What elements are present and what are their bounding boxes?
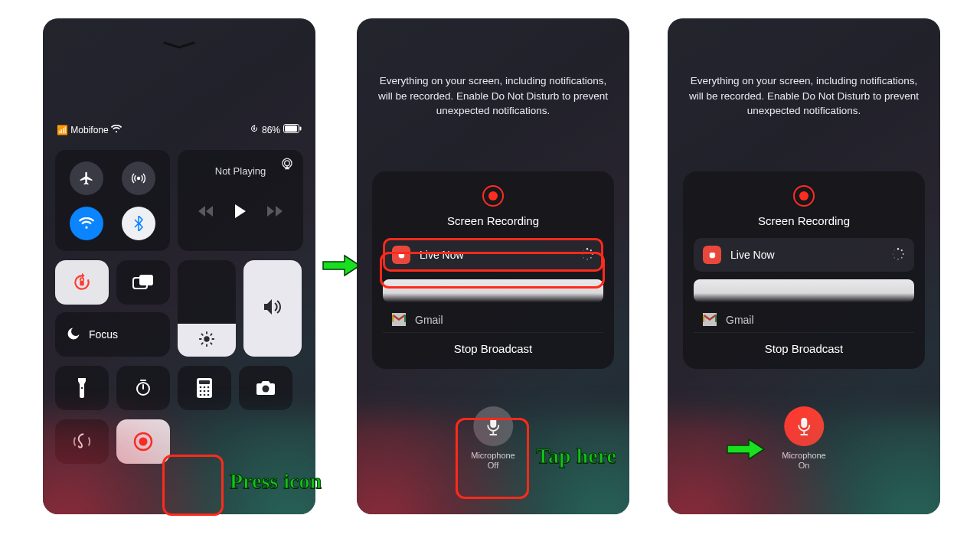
screen-recording-card: Screen Recording ⏺ Live Now Gmail Stop B… xyxy=(683,171,925,369)
screen-recording-card: Screen Recording ⏺ Live Now Gmail Stop B… xyxy=(372,171,614,369)
svg-point-16 xyxy=(204,386,206,389)
status-right: 86% xyxy=(250,124,302,135)
calculator-button[interactable] xyxy=(178,366,231,410)
annotation-tap-here-label: Tap here xyxy=(536,444,616,468)
svg-rect-35 xyxy=(490,418,496,428)
camera-button[interactable] xyxy=(239,366,292,410)
svg-point-24 xyxy=(263,386,270,393)
svg-point-32 xyxy=(583,256,584,258)
loading-spinner-icon xyxy=(891,247,905,263)
svg-point-27 xyxy=(586,248,588,249)
media-tile[interactable]: Not Playing xyxy=(178,150,303,251)
live-now-app-icon: ⏺ xyxy=(703,246,721,264)
svg-point-18 xyxy=(200,390,202,393)
annotation-press-icon-label: Press icon xyxy=(230,469,322,494)
svg-point-38 xyxy=(903,253,904,254)
svg-point-11 xyxy=(81,387,83,390)
play-icon[interactable] xyxy=(234,204,247,221)
gmail-app-icon xyxy=(392,313,406,326)
svg-rect-7 xyxy=(80,281,83,286)
signal-bars-icon: 📶 xyxy=(57,125,68,135)
next-track-icon[interactable] xyxy=(267,206,283,220)
broadcast-target-gmail[interactable]: Gmail xyxy=(694,310,914,326)
gmail-app-icon xyxy=(703,313,717,326)
microphone-icon xyxy=(473,406,513,446)
svg-point-30 xyxy=(590,256,592,258)
svg-rect-9 xyxy=(139,275,153,285)
airplay-icon[interactable] xyxy=(280,158,294,173)
hearing-button[interactable] xyxy=(55,419,109,464)
svg-point-42 xyxy=(893,253,894,255)
mic-label-line1: Microphone xyxy=(471,451,514,460)
phone-control-center: 📶 Mobifone 86% xyxy=(43,18,315,514)
phone-screen-recording-picker-mic-off: Everything on your screen, including not… xyxy=(357,18,629,514)
svg-point-23 xyxy=(207,394,210,396)
status-bar: 📶 Mobifone 86% xyxy=(57,124,302,135)
svg-point-41 xyxy=(893,256,895,258)
microphone-icon xyxy=(784,406,824,446)
mic-label-line2: Off xyxy=(488,461,498,470)
screen-record-button[interactable] xyxy=(116,419,170,464)
wifi-button[interactable] xyxy=(70,207,103,240)
gmail-label: Gmail xyxy=(415,314,443,326)
sun-icon xyxy=(198,331,215,350)
svg-point-22 xyxy=(204,394,206,396)
svg-point-43 xyxy=(893,249,895,251)
record-indicator-icon xyxy=(482,185,504,207)
svg-point-15 xyxy=(200,386,202,389)
stop-broadcast-button[interactable]: Stop Broadcast xyxy=(694,332,914,357)
broadcast-target-gmail[interactable]: Gmail xyxy=(383,310,603,326)
volume-slider[interactable] xyxy=(243,260,302,357)
svg-rect-0 xyxy=(253,128,255,130)
recording-info-text: Everything on your screen, including not… xyxy=(686,73,922,119)
svg-point-29 xyxy=(592,253,593,254)
broadcast-target-live-now[interactable]: ⏺ Live Now xyxy=(383,238,603,272)
flashlight-button[interactable] xyxy=(55,366,109,410)
orientation-lock-button[interactable] xyxy=(55,260,109,305)
live-now-label: Live Now xyxy=(730,249,882,261)
orientation-lock-status-icon xyxy=(250,124,259,135)
svg-point-34 xyxy=(583,249,584,251)
broadcast-target-redacted[interactable] xyxy=(694,279,914,302)
connectivity-tile xyxy=(55,150,170,251)
svg-point-33 xyxy=(582,253,583,255)
phone-screen-recording-picker-mic-on: Everything on your screen, including not… xyxy=(668,18,940,514)
live-now-label: Live Now xyxy=(420,249,571,261)
cellular-data-button[interactable] xyxy=(122,161,155,195)
airplane-mode-button[interactable] xyxy=(70,161,103,195)
svg-point-19 xyxy=(204,390,206,393)
microphone-toggle[interactable]: Microphone Off xyxy=(471,406,514,472)
svg-point-40 xyxy=(897,258,899,259)
arrow-right-icon xyxy=(726,436,766,462)
svg-point-6 xyxy=(285,161,290,166)
bluetooth-button[interactable] xyxy=(122,207,155,240)
microphone-toggle[interactable]: Microphone On xyxy=(782,406,825,472)
timer-button[interactable] xyxy=(116,366,170,410)
svg-point-20 xyxy=(207,390,210,393)
svg-rect-2 xyxy=(285,126,297,132)
mic-label-line1: Microphone xyxy=(782,451,825,460)
stop-broadcast-button[interactable]: Stop Broadcast xyxy=(383,332,603,357)
svg-rect-44 xyxy=(801,418,807,428)
sheet-grabber-icon[interactable] xyxy=(163,38,195,46)
screen-mirroring-button[interactable] xyxy=(116,260,170,305)
brightness-slider[interactable] xyxy=(178,260,236,357)
svg-point-17 xyxy=(207,386,210,389)
prev-track-icon[interactable] xyxy=(198,206,214,220)
mic-label-line2: On xyxy=(799,461,810,470)
svg-point-31 xyxy=(586,258,588,259)
status-left: 📶 Mobifone xyxy=(57,125,122,135)
svg-point-36 xyxy=(897,248,899,249)
svg-rect-14 xyxy=(199,380,210,384)
broadcast-target-live-now[interactable]: ⏺ Live Now xyxy=(694,238,914,272)
loading-spinner-icon xyxy=(580,247,594,263)
svg-point-37 xyxy=(901,249,903,251)
focus-button[interactable]: Focus xyxy=(55,312,170,357)
svg-rect-3 xyxy=(300,127,302,131)
broadcast-target-redacted[interactable] xyxy=(383,279,603,302)
svg-point-39 xyxy=(901,256,903,258)
screen-recording-title: Screen Recording xyxy=(383,214,603,227)
screen-recording-title: Screen Recording xyxy=(694,214,914,227)
now-playing-label: Not Playing xyxy=(188,165,292,177)
gmail-label: Gmail xyxy=(726,314,754,326)
